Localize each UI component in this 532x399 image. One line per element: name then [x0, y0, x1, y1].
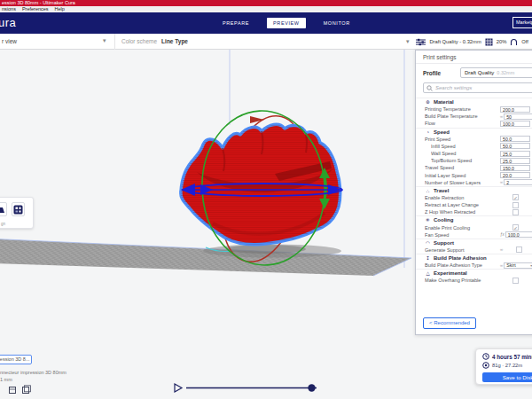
align-face-icon: [13, 205, 23, 215]
setting-checkbox[interactable]: [512, 202, 519, 208]
setting-row: Generate Support∞: [416, 246, 532, 254]
tab-prepare[interactable]: PREPARE: [216, 18, 255, 28]
setting-label: Generate Support: [425, 247, 500, 253]
summary-profile: Draft Quality - 0.32mm: [429, 39, 481, 44]
clock-icon: [482, 353, 489, 360]
tab-monitor[interactable]: MONITOR: [317, 18, 356, 28]
setting-input[interactable]: 2: [504, 179, 532, 185]
link-icon: ∞: [500, 247, 503, 252]
color-scheme-value: Line Type: [161, 38, 188, 44]
section-cooling[interactable]: ✳Cooling: [416, 215, 532, 223]
save-to-disk-button[interactable]: Save to Disk: [482, 372, 532, 382]
cube-copy-icon[interactable]: [23, 387, 29, 394]
object-name-value: ression 3D 8...: [0, 356, 29, 362]
setting-input[interactable]: 25.0: [500, 158, 530, 164]
search-settings-input[interactable]: Search settings: [423, 82, 532, 93]
play-button[interactable]: [175, 384, 182, 392]
experimental-icon: △: [425, 270, 431, 276]
menu-item-extensions[interactable]: nsions: [2, 6, 16, 12]
setting-label: Top/Bottom Speed: [431, 158, 500, 163]
model-shadow: [226, 245, 306, 254]
object-actions: [10, 386, 31, 394]
print-settings-summary[interactable]: ▾ Draft Quality - 0.32mm 20% Off: [406, 34, 532, 50]
setting-input[interactable]: 50: [504, 113, 532, 120]
section-support[interactable]: ◠Support: [416, 239, 532, 246]
menu-bar: nsions Preferences Help: [0, 6, 532, 12]
print-time-estimate: 4 hours 57 minutes: [492, 354, 532, 360]
section-label: Experimental: [434, 270, 467, 276]
section-label: Cooling: [434, 217, 453, 223]
setting-checkbox[interactable]: ✓: [512, 194, 519, 200]
setting-row: Flow100.0: [416, 120, 532, 127]
marketplace-button[interactable]: Marketplace: [512, 17, 532, 28]
window-title: ession 3D 80mm - Ultimaker Cura: [2, 0, 75, 5]
setting-label: Travel Speed: [425, 165, 500, 170]
cube-icon[interactable]: [10, 387, 16, 394]
material-icon: ⊚: [425, 99, 431, 105]
print-settings-panel: Print settings Profile Draft Quality0.32…: [415, 50, 532, 335]
section-experimental[interactable]: △Experimental: [416, 269, 532, 277]
object-list-entry[interactable]: nnecteur impression 3D 80mm: [0, 370, 66, 375]
section-travel[interactable]: ∴Travel: [416, 186, 532, 194]
setting-label: Retract at Layer Change: [425, 202, 500, 207]
setting-select[interactable]: Skirt▾: [504, 262, 532, 269]
setting-checkbox[interactable]: [516, 246, 522, 253]
color-scheme-dropdown[interactable]: Color schemeLine Type: [121, 38, 188, 44]
section-label: Material: [434, 99, 454, 105]
color-scheme-label: Color scheme: [121, 38, 157, 44]
align-face-button[interactable]: [12, 202, 25, 216]
app-header: ura PREPARE PREVIEW MONITOR Marketplace: [0, 12, 532, 34]
output-estimate-card: 4 hours 57 minutes 81g · 27.22m Save to …: [475, 348, 532, 385]
setting-checkbox[interactable]: [512, 209, 519, 215]
lay-flat-button[interactable]: [0, 202, 7, 216]
section-label: Build Plate Adhesion: [434, 255, 487, 261]
travel-icon: ∴: [425, 188, 431, 193]
gizmo-green-arrow-arc: [325, 176, 326, 200]
setting-input[interactable]: 100.0: [500, 121, 530, 127]
setting-input[interactable]: 50.0: [500, 143, 530, 149]
setting-input[interactable]: 25.0: [500, 151, 530, 157]
setting-label: Enable Retraction: [425, 195, 500, 200]
playback-slider-handle[interactable]: [308, 384, 315, 391]
setting-label: Build Plate Temperature: [425, 113, 500, 119]
setting-input[interactable]: 200.0: [500, 106, 530, 113]
setting-checkbox[interactable]: ✓: [512, 224, 519, 231]
setting-label: Enable Print Cooling: [425, 225, 500, 231]
setting-checkbox[interactable]: [512, 278, 519, 284]
setting-row: Number of Slower Layers∞2: [416, 179, 532, 186]
profile-suffix: 0.32mm: [497, 70, 514, 75]
settings-list: ⊚MaterialPrinting Temperature200.0Build …: [416, 98, 532, 314]
stage-tabs: PREPARE PREVIEW MONITOR: [216, 17, 356, 29]
gizmo-red-arrow[interactable]: [250, 116, 264, 123]
infill-icon: [485, 38, 493, 46]
setting-label: Number of Slower Layers: [425, 180, 500, 185]
menu-item-preferences[interactable]: Preferences: [22, 6, 49, 12]
setting-input[interactable]: 150.0: [500, 165, 530, 171]
recommended-mode-button[interactable]: < Recommended: [423, 317, 476, 329]
window-titlebar[interactable]: ession 3D 80mm - Ultimaker Cura: [0, 0, 532, 6]
setting-label: Wall Speed: [431, 151, 500, 156]
setting-input[interactable]: 50.0: [500, 136, 530, 142]
search-icon: [426, 85, 433, 91]
cooling-icon: ✳: [425, 217, 431, 223]
setting-input[interactable]: 100.0: [505, 231, 532, 238]
tab-preview[interactable]: PREVIEW: [267, 18, 306, 28]
section-label: Speed: [434, 129, 450, 135]
setting-label: Build Plate Adhesion Type: [425, 262, 500, 268]
setting-row: Enable Retraction✓: [416, 194, 532, 201]
profile-dropdown[interactable]: Draft Quality0.32mm: [460, 67, 532, 78]
profile-label: Profile: [423, 70, 441, 76]
section-build-plate-adhesion[interactable]: ↧Build Plate Adhesion: [416, 254, 532, 262]
setting-label: Print Speed: [425, 137, 500, 142]
cura-logo: ura: [0, 16, 16, 29]
object-name-input[interactable]: ression 3D 8...: [0, 355, 32, 364]
sliders-icon: [416, 38, 426, 46]
section-material[interactable]: ⊚Material: [416, 98, 532, 106]
section-speed[interactable]: ◔Speed: [416, 128, 532, 136]
chevron-down-icon: ▾: [103, 37, 106, 44]
view-mode-dropdown[interactable]: r view ▾: [0, 34, 115, 50]
menu-item-help[interactable]: Help: [55, 6, 65, 12]
function-icon: ƒx: [500, 232, 505, 237]
setting-input[interactable]: 20.0: [500, 172, 530, 178]
setting-row: Print Speed50.0: [416, 136, 532, 143]
